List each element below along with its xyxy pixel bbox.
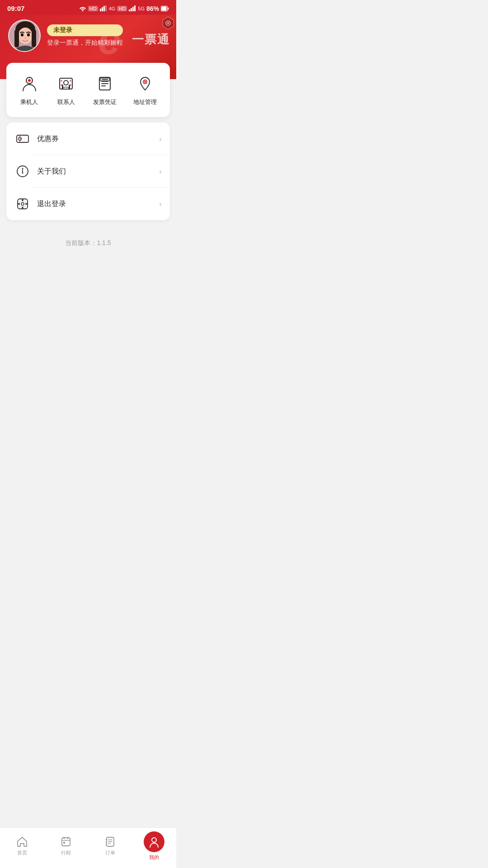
coupon-menu-item[interactable]: 优惠券 › [6, 123, 170, 155]
svg-rect-38 [102, 79, 108, 80]
logout-arrow-icon: › [159, 199, 162, 209]
hd-badge2: HD [117, 6, 127, 11]
svg-point-26 [64, 80, 68, 85]
invoice-item[interactable]: 发票凭证 [93, 74, 117, 106]
passenger-label: 乘机人 [20, 98, 38, 106]
svg-point-40 [144, 81, 146, 83]
svg-rect-18 [32, 29, 36, 47]
profile-info: 未登录 登录一票通，开始精彩旅程 [47, 24, 123, 47]
about-label: 关于我们 [37, 167, 159, 176]
hd-badge: HD [88, 6, 98, 11]
quick-actions-card: 乘机人 联系人 [6, 63, 170, 117]
about-arrow-icon: › [159, 167, 162, 176]
svg-rect-2 [103, 6, 105, 11]
passenger-item[interactable]: 乘机人 [19, 74, 39, 106]
battery-level: 86% [146, 5, 159, 12]
svg-rect-52 [25, 203, 28, 205]
address-icon [135, 74, 155, 94]
svg-rect-29 [61, 80, 62, 81]
login-badge[interactable]: 未登录 [47, 24, 123, 36]
signal2-icon [129, 5, 136, 11]
address-item[interactable]: 地址管理 [133, 74, 157, 106]
svg-point-21 [27, 33, 30, 37]
coupon-icon [14, 131, 31, 147]
svg-rect-30 [70, 80, 71, 81]
version-info: 当前版本：1.1.5 [0, 226, 176, 256]
contacts-label: 联系人 [57, 98, 75, 106]
logout-menu-item[interactable]: 退出登录 › [6, 188, 170, 220]
svg-rect-4 [129, 9, 130, 11]
avatar[interactable] [8, 19, 41, 52]
4g-badge: 4G [109, 6, 116, 11]
svg-rect-1 [102, 7, 103, 11]
svg-point-24 [28, 79, 31, 82]
contacts-item[interactable]: 联系人 [56, 74, 76, 106]
svg-rect-10 [162, 6, 167, 10]
svg-rect-5 [131, 8, 132, 11]
svg-rect-50 [22, 207, 23, 209]
status-time: 09:07 [7, 5, 24, 12]
signal-icon [100, 5, 107, 11]
profile-description: 登录一票通，开始精彩旅程 [47, 39, 123, 47]
battery-icon [161, 6, 169, 11]
status-bar: 09:07 HD 4G HD 5G 86% [0, 0, 176, 15]
svg-rect-25 [60, 78, 72, 89]
passenger-icon [19, 74, 39, 94]
quick-actions-grid: 乘机人 联系人 [11, 74, 165, 106]
svg-rect-51 [18, 203, 20, 205]
svg-rect-3 [105, 5, 107, 11]
svg-rect-47 [19, 201, 26, 207]
svg-point-20 [21, 33, 23, 37]
invoice-label: 发票凭证 [93, 98, 117, 106]
contacts-icon [56, 74, 76, 94]
svg-rect-35 [101, 83, 108, 84]
logout-icon [14, 196, 31, 212]
version-label: 当前版本：1.1.5 [65, 239, 111, 246]
address-label: 地址管理 [133, 98, 157, 106]
svg-rect-32 [70, 85, 71, 85]
about-menu-item[interactable]: i 关于我们 › [6, 155, 170, 188]
logout-label: 退出登录 [37, 199, 159, 209]
status-indicators: HD 4G HD 5G 86% [79, 5, 169, 12]
svg-point-45 [22, 168, 23, 170]
wifi-icon [79, 5, 86, 11]
coupon-label: 优惠券 [37, 134, 159, 144]
svg-rect-31 [61, 85, 62, 85]
svg-point-22 [25, 37, 26, 39]
svg-rect-17 [14, 29, 19, 47]
profile-section: 未登录 登录一票通，开始精彩旅程 [8, 19, 168, 52]
svg-rect-6 [132, 7, 134, 11]
menu-card: 优惠券 › i 关于我们 › 退出登录 › [6, 123, 170, 220]
svg-rect-0 [100, 9, 101, 11]
invoice-icon [95, 74, 115, 94]
svg-rect-9 [168, 7, 169, 9]
about-icon: i [14, 163, 31, 179]
avatar-image [9, 20, 41, 52]
svg-rect-36 [101, 85, 106, 86]
coupon-arrow-icon: › [159, 134, 162, 144]
5g-badge: 5G [138, 6, 145, 11]
svg-rect-49 [22, 199, 23, 201]
svg-rect-7 [134, 5, 136, 11]
